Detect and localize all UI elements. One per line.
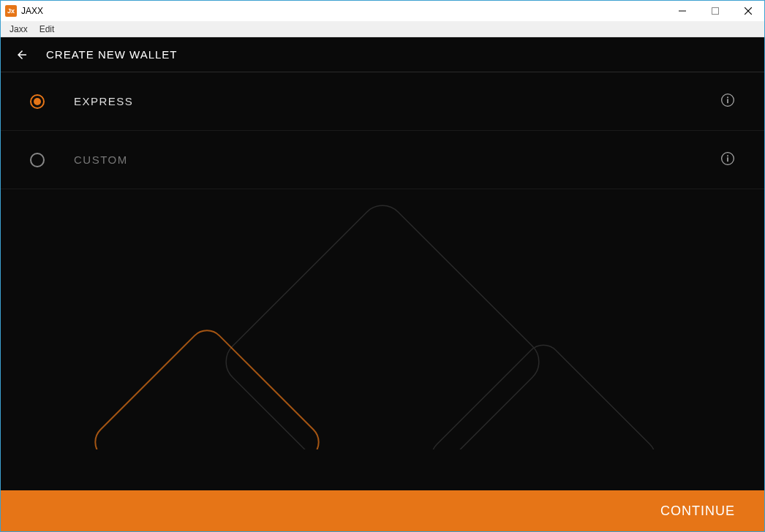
info-icon-express[interactable] xyxy=(720,93,735,110)
app-header: CREATE NEW WALLET xyxy=(1,37,764,72)
minimize-button[interactable] xyxy=(666,1,698,21)
background-decoration xyxy=(1,194,764,449)
minimize-icon xyxy=(679,7,686,15)
svg-rect-10 xyxy=(217,197,549,449)
back-button[interactable] xyxy=(15,48,29,61)
app-content: CREATE NEW WALLET EXPRESS xyxy=(1,37,764,531)
radio-dot-icon xyxy=(34,98,41,105)
window-title: JAXX xyxy=(21,6,43,16)
app-icon: Jx xyxy=(5,5,17,17)
option-custom[interactable]: CUSTOM xyxy=(1,131,764,189)
close-icon xyxy=(745,7,752,15)
continue-bar[interactable]: CONTINUE xyxy=(1,490,764,531)
svg-point-5 xyxy=(727,96,728,98)
menubar: Jaxx Edit xyxy=(1,21,764,37)
info-icon xyxy=(720,151,735,166)
titlebar: Jx JAXX xyxy=(1,1,764,21)
radio-custom[interactable] xyxy=(30,153,45,167)
info-icon xyxy=(720,93,735,107)
svg-point-8 xyxy=(727,155,728,156)
option-label-custom: CUSTOM xyxy=(74,153,720,166)
options-area: EXPRESS CUSTOM xyxy=(1,72,764,490)
radio-express[interactable] xyxy=(30,94,45,109)
option-label-express: EXPRESS xyxy=(74,95,720,107)
info-icon-custom[interactable] xyxy=(720,151,735,169)
page-title: CREATE NEW WALLET xyxy=(46,48,178,61)
close-button[interactable] xyxy=(731,1,764,21)
continue-button[interactable]: CONTINUE xyxy=(660,503,735,519)
window-frame: Jx JAXX Jaxx Edit CREATE xyxy=(0,0,765,532)
maximize-button[interactable] xyxy=(698,1,731,21)
svg-rect-9 xyxy=(727,157,728,162)
menu-edit[interactable]: Edit xyxy=(34,24,61,34)
option-express[interactable]: EXPRESS xyxy=(1,72,764,131)
diamond-logo-icon xyxy=(53,194,712,449)
titlebar-left: Jx JAXX xyxy=(5,5,43,17)
maximize-icon xyxy=(712,7,719,15)
svg-rect-1 xyxy=(712,8,718,15)
svg-rect-12 xyxy=(424,338,662,449)
svg-rect-6 xyxy=(727,99,728,103)
svg-rect-11 xyxy=(88,323,325,449)
menu-jaxx[interactable]: Jaxx xyxy=(4,24,34,34)
window-controls xyxy=(666,1,764,21)
arrow-left-icon xyxy=(15,48,29,61)
